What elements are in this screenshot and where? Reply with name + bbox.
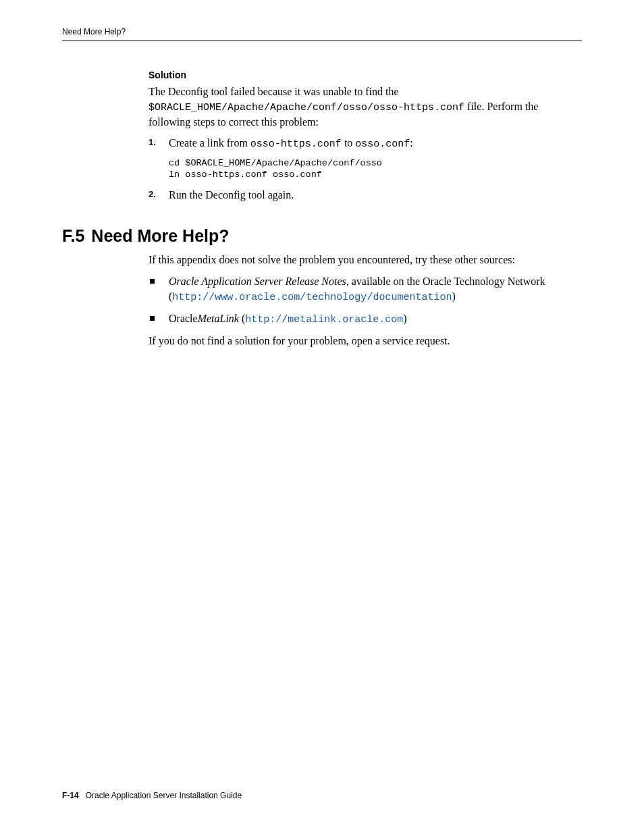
step-code: osso.conf	[355, 138, 410, 150]
running-header: Need More Help?	[62, 27, 582, 41]
bullet-text: (	[239, 313, 245, 324]
step-number: 1.	[149, 136, 156, 149]
book-title: Oracle Application Server Installation G…	[86, 791, 242, 800]
section-number: F.5	[62, 226, 84, 245]
section-intro: If this appendix does not solve the prob…	[149, 253, 582, 267]
bullet-item: Oracle Application Server Release Notes,…	[149, 274, 582, 305]
step-text: :	[410, 137, 412, 149]
code-block: cd $ORACLE_HOME/Apache/Apache/conf/osso …	[169, 157, 582, 181]
solution-paragraph: The Deconfig tool failed because it was …	[149, 84, 582, 129]
solution-para-code: $ORACLE_HOME/Apache/Apache/conf/osso/oss…	[149, 102, 464, 113]
section-outro: If you do not find a solution for your p…	[149, 334, 582, 348]
step-2: 2. Run the Deconfig tool again.	[149, 188, 582, 203]
steps-list: 1. Create a link from osso-https.conf to…	[149, 136, 582, 202]
bullet-list: Oracle Application Server Release Notes,…	[149, 274, 582, 327]
section-heading: F.5Need More Help?	[62, 226, 582, 246]
bullet-italic: Oracle Application Server Release Notes	[169, 276, 346, 287]
page-number: F-14	[62, 791, 79, 800]
step-1: 1. Create a link from osso-https.conf to…	[149, 136, 582, 180]
bullet-close: )	[452, 290, 455, 302]
step-number: 2.	[149, 188, 156, 201]
step-code: osso-https.conf	[250, 138, 342, 150]
step-text: Create a link from	[169, 137, 250, 149]
doc-link[interactable]: http://www.oracle.com/technology/documen…	[172, 292, 452, 303]
section-title: Need More Help?	[91, 226, 229, 245]
bullet-italic: MetaLink	[198, 313, 239, 324]
solution-para-a: The Deconfig tool failed because it was …	[149, 86, 399, 97]
metalink-link[interactable]: http://metalink.oracle.com	[245, 314, 403, 325]
step-text: Run the Deconfig tool again.	[169, 189, 294, 201]
solution-heading: Solution	[149, 70, 582, 80]
bullet-close: )	[403, 313, 406, 324]
bullet-item: OracleMetaLink (http://metalink.oracle.c…	[149, 311, 582, 327]
step-text: to	[342, 137, 355, 149]
bullet-text: Oracle	[169, 313, 198, 324]
page-footer: F-14Oracle Application Server Installati…	[62, 791, 242, 800]
